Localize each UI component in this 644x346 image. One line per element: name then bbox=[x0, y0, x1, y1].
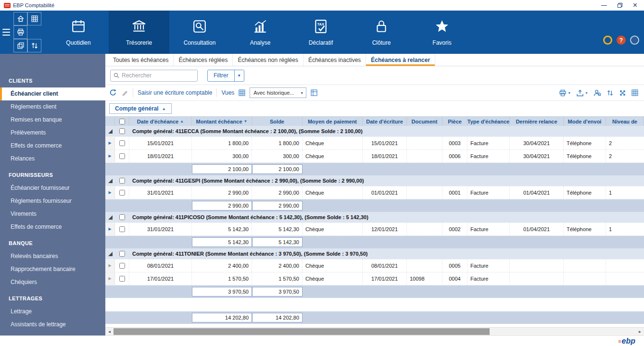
row-expand-cell[interactable]: ▶ bbox=[105, 272, 115, 285]
row-checkbox[interactable] bbox=[119, 190, 125, 196]
group-row-411picoso[interactable]: Compte général: 411PICOSO (Somme Montant… bbox=[105, 212, 644, 223]
nav-analyse[interactable]: Analyse bbox=[230, 11, 290, 54]
tab-echeances-inactives[interactable]: Échéances inactives bbox=[303, 54, 366, 66]
column-header-mode-envoi[interactable]: Mode d'envoi bbox=[564, 117, 606, 126]
view-grid-icon[interactable] bbox=[239, 89, 245, 96]
nav-tresorerie[interactable]: Trésorerie bbox=[109, 11, 169, 54]
nav-favoris[interactable]: Favoris bbox=[412, 11, 472, 54]
dropdown-icon[interactable]: ▼ bbox=[568, 91, 571, 95]
column-header-montant-echeance[interactable]: Montant échéance ▼ bbox=[192, 117, 252, 126]
group-expand-icon[interactable] bbox=[105, 248, 115, 259]
row-checkbox[interactable] bbox=[119, 276, 125, 282]
close-button[interactable]: × bbox=[633, 1, 637, 9]
sidebar-item-assistants-de-lettrage[interactable]: Assistants de lettrage bbox=[0, 318, 105, 331]
sidebar-item-echeancier-fournisseur[interactable]: Échéancier fournisseur bbox=[0, 182, 105, 195]
column-header-piece[interactable]: Pièce bbox=[442, 117, 467, 126]
sidebar-item-releves-bancaires[interactable]: Relevés bancaires bbox=[0, 250, 105, 263]
select-all-checkbox[interactable] bbox=[119, 119, 125, 124]
sort-arrows-icon[interactable] bbox=[27, 39, 41, 52]
horizontal-scrollbar[interactable]: ◄ ► bbox=[105, 327, 644, 335]
row-expand-cell[interactable]: ▶ bbox=[105, 223, 115, 235]
home-icon[interactable] bbox=[13, 12, 27, 25]
minimize-button[interactable]: — bbox=[601, 2, 607, 8]
group-expand-icon[interactable] bbox=[105, 126, 115, 136]
group-by-chip[interactable]: Compte général ▲ bbox=[109, 103, 172, 114]
menu-icon[interactable] bbox=[0, 11, 13, 54]
filter-dropdown-icon[interactable]: ▼ bbox=[234, 70, 244, 81]
sidebar-item-reglements-client[interactable]: Règlements client bbox=[0, 100, 105, 113]
row-expand-cell[interactable]: ▶ bbox=[105, 186, 115, 199]
tab-echeances-non-reglees[interactable]: Échéances non réglées bbox=[233, 54, 303, 66]
scrollbar-track[interactable] bbox=[114, 328, 636, 335]
group-expand-icon[interactable] bbox=[105, 212, 115, 222]
group-row-411ecca[interactable]: Compte général: 411ECCA (Somme Montant é… bbox=[105, 126, 644, 137]
sidebar-item-relances[interactable]: Relances bbox=[0, 152, 105, 165]
view-settings-icon[interactable] bbox=[311, 89, 317, 96]
sidebar-item-prelevements[interactable]: Prélèvements bbox=[0, 126, 105, 139]
column-header-derniere-relance[interactable]: Dernière relance bbox=[510, 117, 564, 126]
scroll-right-icon[interactable]: ► bbox=[636, 328, 644, 335]
info-icon[interactable] bbox=[630, 36, 639, 45]
grid-view-icon[interactable] bbox=[27, 12, 41, 25]
table-row[interactable]: ▶18/01/2021300,00300,00Chèque18/01/20210… bbox=[105, 150, 644, 163]
view-select[interactable]: Avec historique... ▼ bbox=[250, 87, 306, 98]
print-button[interactable]: ▼ bbox=[559, 89, 571, 97]
sidebar-item-lettrage[interactable]: Lettrage bbox=[0, 305, 105, 318]
tab-echeances-a-relancer[interactable]: Échéances à relancer bbox=[366, 54, 435, 66]
sidebar-item-remises-en-banque[interactable]: Remises en banque bbox=[0, 113, 105, 126]
nav-consultation[interactable]: Consultation bbox=[169, 11, 230, 54]
copy-window-icon[interactable] bbox=[13, 39, 27, 52]
view-select-dropdown-icon[interactable]: ▼ bbox=[298, 91, 306, 95]
scrollbar-thumb[interactable] bbox=[114, 328, 490, 335]
group-checkbox[interactable] bbox=[119, 178, 125, 184]
edit-pencil-icon[interactable] bbox=[121, 89, 128, 97]
column-header-type-echeance[interactable]: Type d'échéance bbox=[467, 117, 510, 126]
column-header-document[interactable]: Document bbox=[407, 117, 442, 126]
filter-control[interactable]: Filtrer ▼ bbox=[207, 70, 244, 82]
column-header-moyen-paiement[interactable]: Moyen de paiement bbox=[303, 117, 363, 126]
sidebar-item-echeancier-client[interactable]: Échéancier client bbox=[0, 87, 105, 100]
dropdown-icon[interactable]: ▼ bbox=[585, 91, 588, 95]
maximize-button[interactable] bbox=[618, 3, 622, 8]
help-icon[interactable]: ? bbox=[617, 36, 626, 45]
row-expand-cell[interactable]: ▶ bbox=[105, 150, 115, 162]
sidebar-item-virements[interactable]: Virements bbox=[0, 208, 105, 221]
tab-echeances-reglees[interactable]: Échéances réglées bbox=[174, 54, 233, 66]
search-box[interactable] bbox=[110, 70, 198, 82]
scroll-left-icon[interactable]: ◄ bbox=[105, 328, 114, 335]
nav-quotidien[interactable]: Quotidien bbox=[48, 11, 109, 54]
saisir-ecriture-link[interactable]: Saisir une écriture comptable bbox=[138, 89, 212, 96]
fullscreen-icon[interactable] bbox=[619, 89, 626, 97]
column-chooser-icon[interactable] bbox=[631, 89, 638, 96]
table-row[interactable]: ▶08/01/20212 400,002 400,00Chèque08/01/2… bbox=[105, 260, 644, 272]
group-checkbox[interactable] bbox=[119, 251, 125, 257]
table-row[interactable]: ▶31/01/20215 142,305 142,30Chèque12/01/2… bbox=[105, 223, 644, 236]
sidebar-item-reglements-fournisseur[interactable]: Règlements fournisseur bbox=[0, 195, 105, 208]
search-user-icon[interactable] bbox=[593, 89, 601, 97]
table-row[interactable]: ▶31/01/20212 990,002 990,00Chèque01/01/2… bbox=[105, 186, 644, 199]
table-row[interactable]: ▶15/01/20211 800,001 800,00Chèque15/01/2… bbox=[105, 137, 644, 150]
table-row[interactable]: ▶17/01/20211 570,501 570,50Chèque17/01/2… bbox=[105, 272, 644, 285]
row-checkbox[interactable] bbox=[119, 153, 125, 159]
group-expand-icon[interactable] bbox=[105, 175, 115, 186]
assistance-coin-icon[interactable] bbox=[603, 36, 612, 45]
group-row-411tonier[interactable]: Compte général: 411TONIER (Somme Montant… bbox=[105, 248, 644, 260]
row-expand-cell[interactable]: ▶ bbox=[105, 260, 115, 272]
sidebar-item-chequiers[interactable]: Chéquiers bbox=[0, 276, 105, 289]
print-icon[interactable] bbox=[13, 25, 27, 39]
row-checkbox[interactable] bbox=[119, 263, 125, 269]
group-row-411gespi[interactable]: Compte général: 411GESPI (Somme Montant … bbox=[105, 175, 644, 186]
group-checkbox[interactable] bbox=[119, 128, 125, 134]
tab-toutes-les-echeances[interactable]: Toutes les échéances bbox=[108, 54, 174, 66]
nav-cloture[interactable]: Clôture bbox=[351, 11, 412, 54]
column-header-niveau[interactable]: Niveau de bbox=[606, 117, 644, 126]
refresh-data-icon[interactable] bbox=[606, 89, 614, 97]
refresh-icon[interactable] bbox=[109, 89, 117, 97]
sidebar-item-effets-de-commerce[interactable]: Effets de commerce bbox=[0, 139, 105, 152]
search-input[interactable] bbox=[122, 72, 194, 79]
column-header-solde[interactable]: Solde bbox=[252, 117, 303, 126]
row-expand-cell[interactable]: ▶ bbox=[105, 137, 115, 149]
export-button[interactable]: ▼ bbox=[576, 89, 588, 97]
sidebar-item-rapprochement-bancaire[interactable]: Rapprochement bancaire bbox=[0, 263, 105, 276]
row-checkbox[interactable] bbox=[119, 140, 125, 146]
